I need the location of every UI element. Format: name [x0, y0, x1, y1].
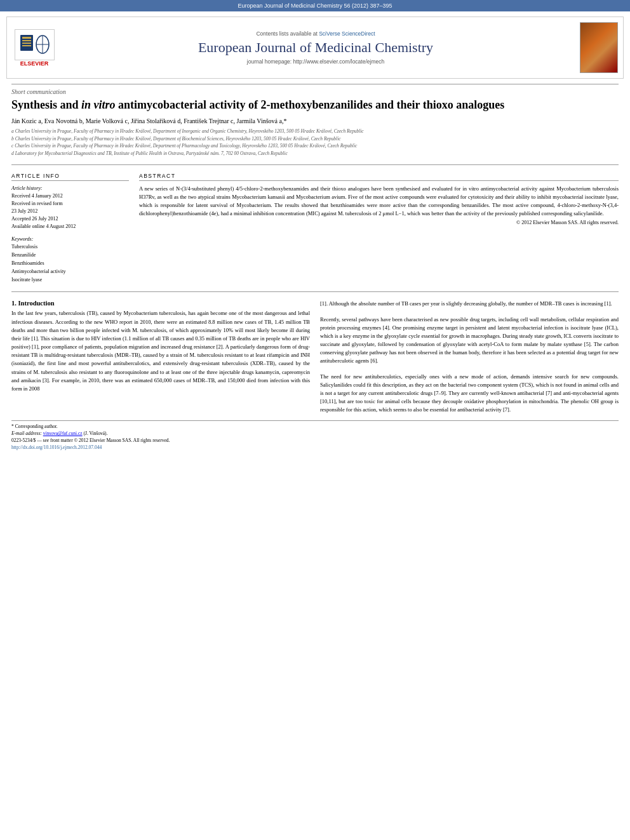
- title-italic: in vitro: [81, 98, 116, 111]
- intro-title: 1. Introduction: [11, 300, 310, 307]
- history-label: Article history:: [11, 185, 129, 192]
- keyword-2: Benzanilide: [11, 251, 129, 260]
- sciverse-link[interactable]: SciVerse ScienceDirect: [319, 30, 375, 37]
- keyword-4: Antimycobacterial activity: [11, 268, 129, 276]
- accepted-date: Accepted 26 July 2012: [11, 215, 129, 223]
- sciverse-prefix: Contents lists available at: [256, 30, 319, 37]
- abstract-header: ABSTRACT: [139, 173, 619, 181]
- body-section: 1. Introduction In the last few years, t…: [11, 300, 619, 414]
- abstract-column: ABSTRACT A new series of N-(3/4-substitu…: [139, 173, 619, 284]
- issn-text: 0223-5234/$ — see front matter © 2012 El…: [11, 437, 170, 443]
- issn-line: 0223-5234/$ — see front matter © 2012 El…: [11, 437, 619, 444]
- journal-cover-thumbnail: [580, 22, 618, 73]
- revised-date: 23 July 2012: [11, 208, 129, 215]
- available-date: Available online 4 August 2012: [11, 223, 129, 230]
- intro-number: 1.: [11, 300, 17, 307]
- intro-p2-text: Recently, several pathways have been cha…: [320, 316, 619, 364]
- title-part2: antimycobacterial activity of 2-methoxyb…: [116, 98, 505, 111]
- elsevier-logo-box: [15, 29, 55, 60]
- intro-paragraph2: Recently, several pathways have been cha…: [320, 316, 619, 366]
- article-history-block: Article history: Received 4 January 2012…: [11, 185, 129, 284]
- intro-paragraph1: In the last few years, tuberculosis (TB)…: [11, 309, 310, 393]
- intro-p1-cont: [1]. Although the absolute number of TB …: [320, 300, 612, 307]
- journal-homepage-line: journal homepage: http://www.elsevier.co…: [57, 58, 575, 65]
- title-part1: Synthesis and: [11, 98, 81, 111]
- revised-label: Received in revised form: [11, 200, 129, 208]
- email-link[interactable]: vinsova@faf.cuni.cz: [43, 430, 83, 436]
- svg-rect-3: [22, 40, 31, 41]
- elsevier-logo: ELSEVIER: [12, 29, 57, 67]
- email-line: E-mail address: vinsova@faf.cuni.cz (J. …: [11, 430, 619, 436]
- main-content: Short communication Synthesis and in vit…: [0, 84, 630, 451]
- journal-citation-bar: European Journal of Medicinal Chemistry …: [0, 0, 630, 11]
- affiliation-b: b Charles University in Prague, Faculty …: [11, 136, 619, 143]
- doi-link[interactable]: http://dx.doi.org/10.1016/j.ejmech.2012.…: [11, 444, 102, 450]
- journal-header-center: Contents lists available at SciVerse Sci…: [57, 30, 575, 65]
- body-divider: [11, 291, 619, 292]
- affiliation-d: d Laboratory for Mycobacterial Diagnosti…: [11, 150, 619, 157]
- keyword-1: Tuberculosis: [11, 243, 129, 251]
- email-name: (J. Vinšová).: [83, 430, 107, 436]
- received-date: Received 4 January 2012: [11, 192, 129, 200]
- homepage-prefix: journal homepage: http://www.elsevier.co…: [247, 58, 384, 65]
- journal-title: European Journal of Medicinal Chemistry: [57, 39, 575, 56]
- intro-paragraph1-cont: [1]. Although the absolute number of TB …: [320, 300, 619, 308]
- authors-line: Ján Kozic a, Eva Novotná b, Marie Volkov…: [11, 117, 619, 124]
- affiliation-a: a Charles University in Prague, Faculty …: [11, 128, 619, 135]
- affiliations: a Charles University in Prague, Faculty …: [11, 128, 619, 157]
- svg-rect-2: [22, 37, 31, 39]
- article-dates: Article history: Received 4 January 2012…: [11, 185, 129, 230]
- body-left-column: 1. Introduction In the last few years, t…: [11, 300, 310, 414]
- article-info-column: ARTICLE INFO Article history: Received 4…: [11, 173, 129, 284]
- doi-line: http://dx.doi.org/10.1016/j.ejmech.2012.…: [11, 444, 619, 451]
- intro-label: Introduction: [18, 300, 55, 307]
- info-abstract-section: ARTICLE INFO Article history: Received 4…: [11, 173, 619, 284]
- keywords-label: Keywords:: [11, 236, 129, 243]
- abstract-body: A new series of N-(3/4-substituted pheny…: [139, 185, 619, 216]
- intro-p3-text: The need for new antituberculotics, espe…: [320, 373, 619, 413]
- article-title: Synthesis and in vitro antimycobacterial…: [11, 98, 619, 112]
- journal-header: ELSEVIER Contents lists available at Sci…: [6, 17, 624, 79]
- abstract-text: A new series of N-(3/4-substituted pheny…: [139, 185, 619, 217]
- intro-p1-text: In the last few years, tuberculosis (TB)…: [11, 310, 310, 392]
- corresponding-author-label: * Corresponding author.: [11, 423, 619, 429]
- elsevier-wordmark: ELSEVIER: [20, 60, 49, 67]
- section-divider: [11, 164, 619, 165]
- authors-text: Ján Kozic a, Eva Novotná b, Marie Volkov…: [11, 117, 286, 124]
- article-info-header: ARTICLE INFO: [11, 173, 129, 181]
- journal-citation: European Journal of Medicinal Chemistry …: [238, 3, 392, 9]
- email-label: E-mail address:: [11, 430, 42, 436]
- copyright-notice: © 2012 Elsevier Masson SAS. All rights r…: [139, 220, 619, 225]
- affiliation-c: c Charles University in Prague, Faculty …: [11, 143, 619, 150]
- sciverse-line: Contents lists available at SciVerse Sci…: [57, 30, 575, 37]
- article-type: Short communication: [11, 84, 619, 95]
- intro-paragraph3: The need for new antituberculotics, espe…: [320, 373, 619, 415]
- svg-rect-5: [22, 45, 31, 46]
- elsevier-logo-image: [17, 32, 52, 57]
- keyword-5: Isocitrate lyase: [11, 276, 129, 284]
- footnote-section: * Corresponding author. E-mail address: …: [11, 420, 619, 451]
- body-right-column: [1]. Although the absolute number of TB …: [320, 300, 619, 414]
- corr-label: * Corresponding author.: [11, 423, 58, 429]
- svg-rect-4: [22, 43, 31, 44]
- keywords-section: Keywords: Tuberculosis Benzanilide Benzt…: [11, 236, 129, 284]
- keyword-3: Benzthioamides: [11, 260, 129, 268]
